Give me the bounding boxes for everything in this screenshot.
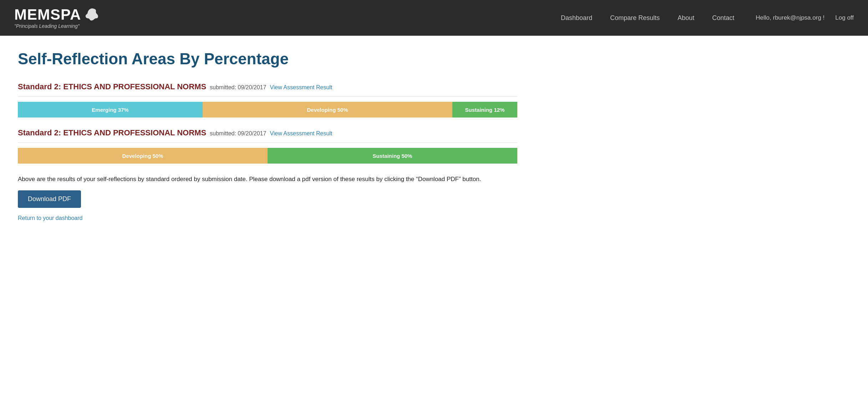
standard-section-2: Standard 2: ETHICS AND PROFESSIONAL NORM… [18, 128, 517, 164]
standard-submitted-1: submitted: 09/20/2017 [210, 84, 266, 91]
michigan-icon [85, 8, 100, 21]
bar-sustaining-1: Sustaining 12% [452, 102, 517, 118]
bar-developing-1: Developing 50% [203, 102, 452, 118]
progress-bar-1: Emerging 37% Developing 50% Sustaining 1… [18, 102, 517, 118]
download-pdf-button[interactable]: Download PDF [18, 190, 81, 208]
standard-section-1: Standard 2: ETHICS AND PROFESSIONAL NORM… [18, 82, 517, 118]
logo: MEMSPA "Principals Leading Learning" [14, 6, 100, 29]
bar-emerging-1: Emerging 37% [18, 102, 203, 118]
return-dashboard-link[interactable]: Return to your dashboard [18, 215, 517, 221]
bar-developing-2: Developing 50% [18, 148, 268, 164]
description-text: Above are the results of your self-refle… [18, 174, 482, 184]
main-content: Self-Reflection Areas By Percentage Stan… [0, 36, 535, 243]
logoff-link[interactable]: Log off [835, 14, 854, 21]
view-assessment-link-2[interactable]: View Assessment Result [270, 130, 332, 137]
nav-dashboard[interactable]: Dashboard [561, 14, 592, 21]
divider-2 [18, 142, 517, 143]
user-greeting: Hello, rburek@njpsa.org ! [756, 14, 824, 21]
divider-1 [18, 96, 517, 97]
view-assessment-link-1[interactable]: View Assessment Result [270, 84, 332, 91]
page-title: Self-Reflection Areas By Percentage [18, 50, 517, 68]
nav-contact[interactable]: Contact [712, 14, 734, 21]
nav-user: Hello, rburek@njpsa.org ! Log off [756, 14, 854, 21]
nav-compare[interactable]: Compare Results [610, 14, 660, 21]
logo-subtitle: "Principals Leading Learning" [14, 24, 100, 29]
nav-about[interactable]: About [677, 14, 694, 21]
standard-name-1: Standard 2: ETHICS AND PROFESSIONAL NORM… [18, 82, 206, 91]
standard-submitted-2: submitted: 09/20/2017 [210, 130, 266, 137]
standard-title-2: Standard 2: ETHICS AND PROFESSIONAL NORM… [18, 128, 517, 138]
nav-links: Dashboard Compare Results About Contact [561, 14, 734, 22]
progress-bar-2: Developing 50% Sustaining 50% [18, 148, 517, 164]
bar-sustaining-2: Sustaining 50% [268, 148, 517, 164]
standard-title-1: Standard 2: ETHICS AND PROFESSIONAL NORM… [18, 82, 517, 91]
logo-text: MEMSPA [14, 6, 81, 23]
navbar: MEMSPA "Principals Leading Learning" Das… [0, 0, 868, 36]
standard-name-2: Standard 2: ETHICS AND PROFESSIONAL NORM… [18, 128, 206, 138]
